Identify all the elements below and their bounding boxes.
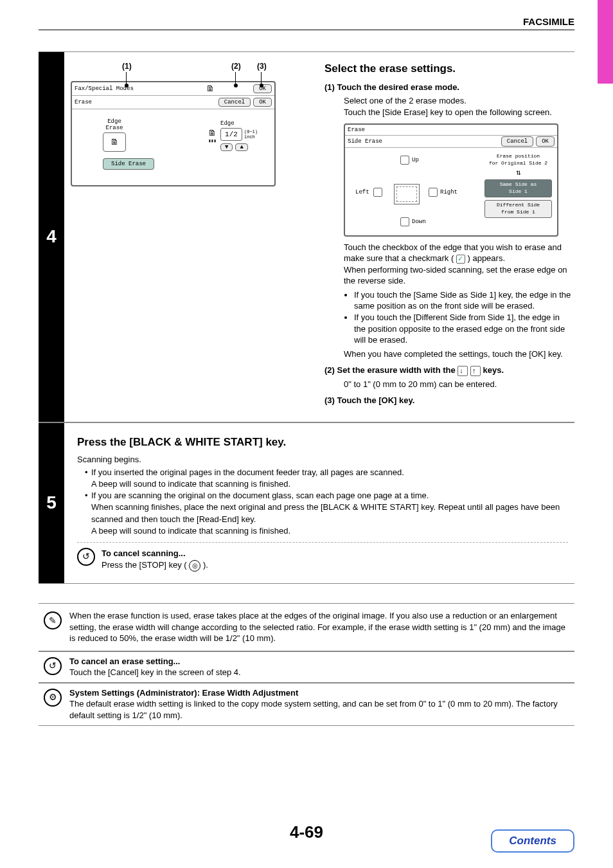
note-heading: To cancel an erase setting... (69, 656, 241, 667)
pencil-icon: ✎ (44, 611, 62, 629)
note-block-3: ⚙ System Settings (Administrator): Erase… (39, 683, 574, 726)
text: Touch the checkbox of the edge that you … (344, 242, 571, 264)
edge-icon: 🗎 (208, 129, 217, 138)
screen-subtitle: Side Erase (348, 138, 382, 145)
side-erase-screen: Erase Side Erase Cancel OK Up (344, 123, 558, 237)
text: Press the [STOP] key ( ◎ ). (102, 559, 208, 572)
contents-button[interactable]: Contents (491, 829, 574, 853)
step-number: 5 (39, 423, 64, 583)
substep-2-heading: (2) Set the erasure width with the keys. (324, 365, 571, 376)
fax-special-modes-screen: Fax/Special Modes 🗎 OK Erase Cancel OK (71, 81, 276, 186)
flip-icon: ⇅ (484, 169, 552, 177)
down-key-icon (458, 366, 468, 376)
bullet: If you inserted the original pages in th… (85, 467, 568, 490)
edge-selector: Up Left Right Down (350, 153, 484, 230)
undo-icon: ↺ (44, 657, 62, 675)
different-side-button[interactable]: Different Side from Side 1 (484, 200, 552, 218)
divider (77, 542, 568, 543)
bullet: If you touch the [Different Side from Si… (354, 312, 571, 346)
ok-button[interactable]: OK (253, 98, 272, 107)
bullet: If you touch the [Same Side as Side 1] k… (354, 289, 571, 312)
step-title: Select the erase settings. (324, 62, 571, 77)
substep-3-heading: (3) Touch the [OK] key. (324, 395, 571, 406)
step4-instructions: Select the erase settings. (1) Touch the… (315, 52, 574, 422)
note-block-1: ✎ When the erase function is used, erase… (39, 603, 574, 651)
substep-1-heading: (1) Touch the desired erase mode. (324, 82, 571, 93)
note-text: The default erase width setting is linke… (69, 698, 569, 721)
edge-erase-icon: 🗎 (103, 132, 126, 152)
text: When performing two-sided scanning, set … (344, 264, 571, 287)
text: Scanning begins. (77, 454, 568, 466)
undo-icon: ↺ (77, 548, 95, 566)
cancel-button[interactable]: Cancel (501, 136, 533, 147)
step-5: 5 Press the [BLACK & WHITE START] key. S… (39, 422, 574, 584)
note-block-2: ↺ To cancel an erase setting... Touch th… (39, 651, 574, 683)
edge-label: Edge (220, 120, 235, 127)
increase-button[interactable]: ▲ (235, 143, 247, 151)
erase-position-label: Erase position for Original Side 2 (484, 153, 552, 167)
up-checkbox[interactable] (400, 156, 409, 165)
checkmark-icon: ✓ (456, 255, 465, 264)
same-side-button[interactable]: Same Side as Side 1 (484, 179, 552, 197)
page-header: FACSIMILE (39, 16, 574, 30)
right-checkbox[interactable] (429, 188, 438, 197)
note-text: Touch the [Cancel] key in the screen of … (69, 667, 241, 678)
down-checkbox[interactable] (400, 217, 409, 226)
left-checkbox[interactable] (373, 188, 382, 197)
step-number: 4 (39, 52, 64, 422)
text: When you have completed the settings, to… (344, 348, 571, 360)
up-key-icon (470, 366, 481, 376)
side-erase-button[interactable]: Side Erase (103, 158, 154, 170)
page-representation (394, 184, 420, 204)
row-label: Erase (75, 99, 92, 105)
cancel-note: ↺ To cancel scanning... Press the [STOP]… (77, 548, 568, 572)
step-title: Press the [BLACK & WHITE START] key. (77, 435, 568, 450)
callout-labels: (1) (2) (3) (71, 62, 276, 73)
header-title: FACSIMILE (523, 16, 574, 27)
cancel-button[interactable]: Cancel (218, 98, 251, 107)
edge-erase-option[interactable]: Edge Erase 🗎 (89, 118, 140, 153)
doc-icon: 🗎 (206, 84, 215, 94)
step-4: 4 (1) (2) (3) Fax/Special Modes (39, 51, 574, 422)
note-heading: System Settings (Administrator): Erase W… (69, 687, 569, 699)
cancel-heading: To cancel scanning... (102, 548, 208, 559)
screen-title: Erase (348, 126, 365, 134)
text: 0" to 1" (0 mm to 20 mm) can be entered. (324, 379, 571, 390)
gear-icon: ⚙ (44, 689, 62, 707)
stop-key-icon: ◎ (189, 560, 200, 572)
section-color-tab (598, 0, 613, 84)
bullet: If you are scanning the original on the … (85, 490, 568, 537)
step4-left-panel: (1) (2) (3) Fax/Special Modes 🗎 OK (64, 52, 315, 422)
width-display: 1/2 (220, 128, 242, 141)
unit-label: (0~1) inch (244, 129, 258, 140)
note-text: When the erase function is used, erase t… (69, 610, 569, 644)
ok-button[interactable]: OK (536, 136, 555, 147)
decrease-button[interactable]: ▼ (220, 143, 233, 151)
